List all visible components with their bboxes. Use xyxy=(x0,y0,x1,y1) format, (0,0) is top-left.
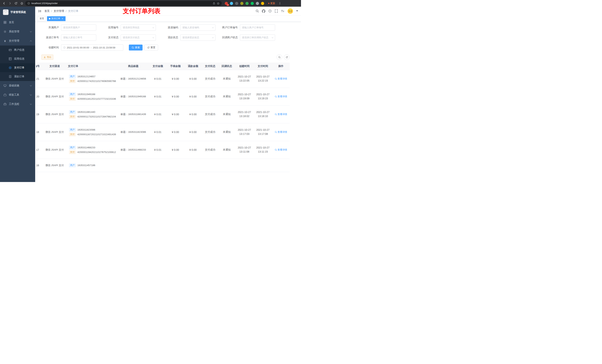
filter-merchant-input[interactable]: 请选择所属商户 xyxy=(61,24,96,31)
fullscreen-icon[interactable] xyxy=(275,10,278,13)
view-icon xyxy=(275,78,277,80)
browser-menu-icon[interactable] xyxy=(277,1,282,6)
sidebar-item-refund-order[interactable]: 退款订单 xyxy=(0,72,35,81)
github-icon[interactable] xyxy=(262,10,265,13)
table-row: 121微信 JSAPI 支付商户1635312124657支付420000117… xyxy=(36,70,290,88)
filter-label: 退款状态 xyxy=(160,36,180,39)
view-detail-link[interactable]: 查看详情 xyxy=(275,95,287,98)
export-button[interactable]: 导出 xyxy=(42,54,53,60)
caret-down-icon[interactable] xyxy=(296,10,298,12)
sidebar-item-home[interactable]: 首页 xyxy=(0,18,35,27)
table-row: 119微信 JSAPI 支付商户1635311881440支付420000117… xyxy=(36,105,290,123)
app-window: 芋道管理系统 首页系统管理¥支付管理商户信息应用信息支付订单退款订单基础设施研发… xyxy=(0,7,301,182)
view-detail-link[interactable]: 查看详情 xyxy=(275,113,287,116)
page-annotation-title: 支付订单列表 xyxy=(123,7,161,15)
breadcrumb-item[interactable]: 支付管理 xyxy=(54,10,64,13)
extension-icon[interactable] xyxy=(246,2,249,5)
tab-close-icon[interactable]: × xyxy=(61,17,64,20)
create-time-range-input[interactable]: 2021-10-01 00:00:00-2021-10-31 23:59:59 xyxy=(61,44,123,51)
filter-app-id-select[interactable]: 请选择应用信息 xyxy=(121,24,156,31)
browser-update-button[interactable]: 更新 xyxy=(268,2,275,5)
breadcrumb-separator: / xyxy=(51,10,52,13)
pay-tag: 支付 xyxy=(69,133,76,136)
site-info-icon[interactable] xyxy=(27,2,30,5)
browser-back-icon[interactable] xyxy=(1,1,7,6)
filter-callback-status-select[interactable]: 请选择订单回调商户状态 xyxy=(240,34,275,41)
merchant-tag: 商户 xyxy=(69,164,76,167)
merchant-order-no: 1635311823086 xyxy=(77,128,95,131)
cell-fee-amount: ¥ 0.00 xyxy=(167,141,184,159)
browser-chrome: localhost:1024/pay/order 10 更新 xyxy=(0,0,301,7)
column-header: 手续金额 xyxy=(167,62,184,70)
yen-icon: ¥ xyxy=(3,40,7,42)
tab-pay-order[interactable]: 支付订单× xyxy=(47,16,65,21)
extension-icon[interactable] xyxy=(251,2,254,5)
browser-forward-icon[interactable] xyxy=(7,1,13,6)
reset-button[interactable]: 重置 xyxy=(144,45,158,51)
extension-icon[interactable] xyxy=(235,2,238,5)
filter-row: 渠道订单号请输入渠道订单号支付状态请选择支付状态退款状态请选择退款状态回调商户状… xyxy=(41,34,301,41)
date-separator: - xyxy=(90,46,92,49)
sidebar-item-pay-order[interactable]: 支付订单 xyxy=(0,63,35,72)
refresh-table-button[interactable] xyxy=(284,54,290,60)
sidebar-item-infrastructure[interactable]: 基础设施 xyxy=(0,81,35,90)
table-row: 116微信 JSAPI 支付商户1635311457186 xyxy=(36,159,290,172)
filter-field-app-id: 应用编号请选择应用信息 xyxy=(100,24,160,31)
browser-home-icon[interactable] xyxy=(19,1,24,6)
filter-merchant-order-no-input[interactable]: 请输入商户订单编号 xyxy=(240,24,275,31)
app-logo[interactable]: 芋道管理系统 xyxy=(0,7,35,18)
filter-pay-status-select[interactable]: 请选择支付状态 xyxy=(121,34,156,41)
filter-channel-code-select[interactable]: 请输入渠道编码 xyxy=(180,24,215,31)
sidebar-item-merchant-info[interactable]: 商户信息 xyxy=(0,45,35,54)
gear-icon xyxy=(3,30,7,33)
tab-home[interactable]: 首页 xyxy=(38,16,46,21)
cell-create-time: 2021-10-2713:18:02 xyxy=(235,105,254,123)
browser-reload-icon[interactable] xyxy=(13,1,19,6)
merchant-tag: 商户 xyxy=(69,75,76,78)
sidebar-item-dev-tools[interactable]: 研发工具 xyxy=(0,90,35,100)
font-size-icon[interactable] xyxy=(281,10,284,13)
grid-icon xyxy=(9,57,12,60)
sidebar-item-label: 应用信息 xyxy=(14,57,24,61)
view-detail-link[interactable]: 查看详情 xyxy=(275,148,287,151)
extension-icon[interactable] xyxy=(240,2,243,5)
toggle-search-button[interactable] xyxy=(277,54,282,60)
active-tab-dot-icon xyxy=(49,18,50,20)
svg-text:?: ? xyxy=(269,10,270,12)
sidebar-item-payment-management[interactable]: ¥支付管理 xyxy=(0,36,35,45)
sidebar-toggle-icon[interactable] xyxy=(38,10,42,13)
share-icon[interactable] xyxy=(213,2,215,5)
sidebar-item-workflow[interactable]: 工作流程 xyxy=(0,100,35,109)
extension-icon[interactable]: 10 xyxy=(225,2,228,5)
placeholder-text: 请选择支付状态 xyxy=(123,36,152,39)
filter-channel-order-no-input[interactable]: 请输入渠道订单号 xyxy=(61,34,96,41)
user-avatar[interactable] xyxy=(288,8,293,14)
chevron-down-icon xyxy=(30,103,32,105)
search-icon xyxy=(132,46,134,49)
url-bar[interactable]: localhost:1024/pay/order xyxy=(25,1,222,6)
cell-pay-amount: ¥ 0.01 xyxy=(149,70,167,88)
bookmark-star-icon[interactable] xyxy=(217,2,220,5)
extension-icon[interactable] xyxy=(261,2,264,5)
column-header: 商品标题 xyxy=(118,62,149,70)
sidebar-item-system-management[interactable]: 系统管理 xyxy=(0,27,35,36)
breadcrumb-item[interactable]: 首页 xyxy=(44,10,50,13)
pay-tag: 支付 xyxy=(69,150,76,154)
filter-refund-status-select[interactable]: 请选择退款状态 xyxy=(180,34,215,41)
sidebar-item-label: 系统管理 xyxy=(9,30,19,33)
search-button[interactable]: 搜索 xyxy=(129,45,142,51)
help-icon[interactable]: ? xyxy=(269,10,272,13)
cell-create-time: 2021-10-2713:17:03 xyxy=(235,123,254,141)
extension-icon[interactable] xyxy=(230,2,233,5)
view-detail-link[interactable]: 查看详情 xyxy=(275,77,287,81)
extension-icon[interactable] xyxy=(256,2,259,5)
column-header: 支付状态 xyxy=(202,62,218,70)
view-detail-link[interactable]: 查看详情 xyxy=(275,130,287,134)
cell-order: 商户1635311457186 xyxy=(66,159,118,172)
cell-pay-status: 支付成功 xyxy=(202,123,218,141)
header-actions: ? xyxy=(256,8,298,14)
sidebar-item-app-info[interactable]: 应用信息 xyxy=(0,54,35,63)
header-search-icon[interactable] xyxy=(256,10,259,13)
cell-channel: 微信 JSAPI 支付 xyxy=(43,70,66,88)
cell-title xyxy=(118,159,149,172)
